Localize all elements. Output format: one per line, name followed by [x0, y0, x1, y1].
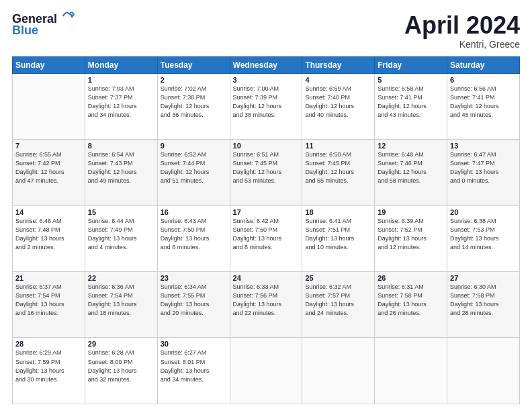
day-info: Sunrise: 6:43 AMSunset: 7:50 PMDaylight:…	[161, 217, 227, 252]
calendar-cell: 27Sunrise: 6:30 AMSunset: 7:58 PMDayligh…	[447, 272, 520, 338]
calendar-week-row: 14Sunrise: 6:46 AMSunset: 7:48 PMDayligh…	[13, 205, 520, 271]
day-info: Sunrise: 6:54 AMSunset: 7:43 PMDaylight:…	[88, 150, 154, 185]
calendar-cell: 25Sunrise: 6:32 AMSunset: 7:57 PMDayligh…	[302, 272, 375, 338]
weekday-header: Thursday	[302, 56, 375, 73]
calendar-cell: 2Sunrise: 7:02 AMSunset: 7:38 PMDaylight…	[157, 73, 230, 139]
calendar-cell: 24Sunrise: 6:33 AMSunset: 7:56 PMDayligh…	[230, 272, 302, 338]
day-number: 24	[233, 274, 300, 282]
day-info: Sunrise: 6:50 AMSunset: 7:45 PMDaylight:…	[305, 150, 371, 185]
day-number: 10	[233, 142, 300, 150]
day-number: 2	[161, 76, 227, 84]
calendar-cell: 5Sunrise: 6:58 AMSunset: 7:41 PMDaylight…	[375, 73, 447, 139]
day-number: 30	[161, 340, 227, 348]
weekday-header: Tuesday	[157, 56, 230, 73]
calendar-cell: 23Sunrise: 6:34 AMSunset: 7:55 PMDayligh…	[157, 272, 230, 338]
day-number: 26	[378, 274, 444, 282]
day-info: Sunrise: 6:28 AMSunset: 8:00 PMDaylight:…	[88, 349, 154, 383]
day-number: 12	[378, 142, 444, 150]
calendar-cell: 10Sunrise: 6:51 AMSunset: 7:45 PMDayligh…	[230, 140, 302, 205]
title-block: April 2024 Kentri, Greece	[404, 12, 520, 50]
calendar-week-row: 7Sunrise: 6:55 AMSunset: 7:42 PMDaylight…	[13, 140, 520, 205]
day-number: 28	[15, 340, 82, 348]
day-info: Sunrise: 6:39 AMSunset: 7:52 PMDaylight:…	[378, 217, 444, 252]
day-info: Sunrise: 6:59 AMSunset: 7:40 PMDaylight:…	[305, 85, 371, 120]
calendar-cell	[302, 338, 375, 404]
day-info: Sunrise: 6:47 AMSunset: 7:47 PMDaylight:…	[450, 150, 517, 185]
calendar-cell: 8Sunrise: 6:54 AMSunset: 7:43 PMDaylight…	[85, 140, 157, 205]
day-number: 29	[88, 340, 154, 348]
day-info: Sunrise: 6:37 AMSunset: 7:54 PMDaylight:…	[15, 283, 82, 318]
day-number: 23	[161, 274, 227, 282]
day-info: Sunrise: 6:30 AMSunset: 7:58 PMDaylight:…	[450, 283, 517, 318]
day-info: Sunrise: 7:00 AMSunset: 7:39 PMDaylight:…	[233, 85, 300, 120]
day-info: Sunrise: 7:03 AMSunset: 7:37 PMDaylight:…	[88, 85, 154, 120]
calendar-cell: 11Sunrise: 6:50 AMSunset: 7:45 PMDayligh…	[302, 140, 375, 205]
day-number: 17	[233, 208, 300, 216]
calendar-week-row: 1Sunrise: 7:03 AMSunset: 7:37 PMDaylight…	[13, 73, 520, 139]
page: General Blue April 2024 Kentri, Greece S…	[0, 0, 532, 411]
day-number: 9	[161, 142, 227, 150]
day-number: 15	[88, 208, 154, 216]
day-number: 25	[305, 274, 371, 282]
logo-icon	[62, 9, 75, 23]
calendar-cell: 19Sunrise: 6:39 AMSunset: 7:52 PMDayligh…	[375, 205, 447, 271]
day-number: 22	[88, 274, 154, 282]
day-info: Sunrise: 6:32 AMSunset: 7:57 PMDaylight:…	[305, 283, 371, 318]
day-number: 16	[161, 208, 227, 216]
calendar-cell: 16Sunrise: 6:43 AMSunset: 7:50 PMDayligh…	[157, 205, 230, 271]
day-number: 1	[88, 76, 154, 84]
calendar-cell: 12Sunrise: 6:48 AMSunset: 7:46 PMDayligh…	[375, 140, 447, 205]
day-info: Sunrise: 6:58 AMSunset: 7:41 PMDaylight:…	[378, 85, 444, 120]
day-info: Sunrise: 6:34 AMSunset: 7:55 PMDaylight:…	[161, 283, 227, 318]
day-number: 7	[15, 142, 82, 150]
day-info: Sunrise: 6:42 AMSunset: 7:50 PMDaylight:…	[233, 217, 300, 252]
day-number: 11	[305, 142, 371, 150]
calendar-cell: 7Sunrise: 6:55 AMSunset: 7:42 PMDaylight…	[13, 140, 85, 205]
calendar-cell: 13Sunrise: 6:47 AMSunset: 7:47 PMDayligh…	[447, 140, 520, 205]
calendar-cell: 30Sunrise: 6:27 AMSunset: 8:01 PMDayligh…	[157, 338, 230, 404]
calendar-cell: 14Sunrise: 6:46 AMSunset: 7:48 PMDayligh…	[13, 205, 85, 271]
month-title: April 2024	[404, 12, 520, 39]
day-number: 6	[450, 76, 517, 84]
day-number: 19	[378, 208, 444, 216]
day-info: Sunrise: 6:56 AMSunset: 7:41 PMDaylight:…	[450, 85, 517, 120]
day-info: Sunrise: 6:41 AMSunset: 7:51 PMDaylight:…	[305, 217, 371, 252]
day-info: Sunrise: 6:51 AMSunset: 7:45 PMDaylight:…	[233, 150, 300, 185]
calendar-cell: 3Sunrise: 7:00 AMSunset: 7:39 PMDaylight…	[230, 73, 302, 139]
day-info: Sunrise: 6:38 AMSunset: 7:53 PMDaylight:…	[450, 217, 517, 252]
weekday-header: Wednesday	[230, 56, 302, 73]
calendar-cell: 26Sunrise: 6:31 AMSunset: 7:58 PMDayligh…	[375, 272, 447, 338]
day-number: 8	[88, 142, 154, 150]
calendar-cell	[375, 338, 447, 404]
calendar-cell: 20Sunrise: 6:38 AMSunset: 7:53 PMDayligh…	[447, 205, 520, 271]
calendar-cell: 21Sunrise: 6:37 AMSunset: 7:54 PMDayligh…	[13, 272, 85, 338]
day-info: Sunrise: 6:55 AMSunset: 7:42 PMDaylight:…	[15, 150, 82, 185]
day-number: 20	[450, 208, 517, 216]
calendar-header-row: SundayMondayTuesdayWednesdayThursdayFrid…	[13, 56, 520, 73]
calendar-week-row: 28Sunrise: 6:29 AMSunset: 7:59 PMDayligh…	[13, 338, 520, 404]
weekday-header: Sunday	[13, 56, 85, 73]
day-number: 14	[15, 208, 82, 216]
day-number: 18	[305, 208, 371, 216]
day-number: 13	[450, 142, 517, 150]
day-number: 21	[15, 274, 82, 282]
calendar-cell: 17Sunrise: 6:42 AMSunset: 7:50 PMDayligh…	[230, 205, 302, 271]
calendar-cell	[230, 338, 302, 404]
header: General Blue April 2024 Kentri, Greece	[12, 12, 520, 50]
day-info: Sunrise: 6:46 AMSunset: 7:48 PMDaylight:…	[15, 217, 82, 252]
calendar-table: SundayMondayTuesdayWednesdayThursdayFrid…	[12, 56, 520, 404]
weekday-header: Monday	[85, 56, 157, 73]
logo: General Blue	[12, 12, 75, 38]
day-number: 27	[450, 274, 517, 282]
calendar-cell: 29Sunrise: 6:28 AMSunset: 8:00 PMDayligh…	[85, 338, 157, 404]
day-info: Sunrise: 6:29 AMSunset: 7:59 PMDaylight:…	[15, 349, 82, 383]
weekday-header: Saturday	[447, 56, 520, 73]
calendar-cell: 28Sunrise: 6:29 AMSunset: 7:59 PMDayligh…	[13, 338, 85, 404]
calendar-cell: 18Sunrise: 6:41 AMSunset: 7:51 PMDayligh…	[302, 205, 375, 271]
day-info: Sunrise: 6:36 AMSunset: 7:54 PMDaylight:…	[88, 283, 154, 318]
calendar-week-row: 21Sunrise: 6:37 AMSunset: 7:54 PMDayligh…	[13, 272, 520, 338]
day-info: Sunrise: 6:31 AMSunset: 7:58 PMDaylight:…	[378, 283, 444, 318]
day-number: 5	[378, 76, 444, 84]
calendar-cell: 1Sunrise: 7:03 AMSunset: 7:37 PMDaylight…	[85, 73, 157, 139]
location: Kentri, Greece	[404, 39, 520, 50]
